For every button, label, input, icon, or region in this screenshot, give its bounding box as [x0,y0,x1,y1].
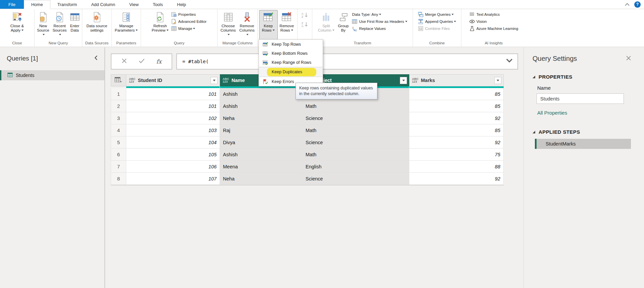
menu-item-keep-duplicates[interactable]: Keep Duplicates [259,67,323,77]
cell-marks[interactable]: 92 [409,173,504,185]
cell-student-id[interactable]: 105 [126,149,220,161]
cell-student-id[interactable]: 101 [126,100,220,112]
column-header-marks[interactable]: ABC123 Marks [409,74,504,86]
cell-name[interactable]: Meena [220,161,303,173]
properties-button[interactable]: Properties [170,11,208,18]
all-properties-link[interactable]: All Properties [524,110,644,116]
query-list-item-students[interactable]: Students [0,70,104,80]
cell-student-id[interactable]: 103 [126,124,220,136]
applied-step-studentmarks[interactable]: StudentMarks [535,139,631,149]
tab-home[interactable]: Home [24,0,50,9]
cell-subject[interactable]: Science [303,173,409,185]
data-type-button[interactable]: Data Type: Any [351,11,408,18]
filter-button-subject[interactable] [400,77,407,84]
row-number[interactable]: 2 [111,100,126,112]
remove-rows-button[interactable]: Remove Rows [278,10,296,40]
refresh-preview-button[interactable]: Refresh Preview [150,10,170,40]
text-analytics-button[interactable]: Text Analytics [468,11,520,18]
cell-name[interactable]: Ashish [220,149,303,161]
sort-descending-icon[interactable]: ZA [301,22,309,29]
row-number[interactable]: 5 [111,136,126,149]
row-number[interactable]: 3 [111,112,126,124]
cell-marks[interactable]: 85 [409,88,504,100]
cell-marks[interactable]: 75 [409,149,504,161]
filter-button-student-id[interactable] [211,77,218,84]
advanced-editor-button[interactable]: Advanced Editor [170,18,208,25]
manage-parameters-button[interactable]: Manage Parameters [113,10,139,40]
use-first-row-button[interactable]: Use First Row as Headers [351,18,408,25]
cell-student-id[interactable]: 106 [126,161,220,173]
combine-files-button[interactable]: Combine Files [417,25,457,32]
vision-button[interactable]: Vision [468,18,520,25]
properties-section-header[interactable]: PROPERTIES [524,74,644,80]
cell-subject[interactable]: Math [303,149,409,161]
row-number[interactable]: 7 [111,161,126,173]
cell-student-id[interactable]: 104 [126,136,220,149]
formula-cancel-icon[interactable] [122,58,127,65]
enter-data-button[interactable]: Enter Data [68,10,81,40]
filter-button-marks[interactable] [494,77,501,84]
tab-tools[interactable]: Tools [146,0,170,9]
menu-item-keep-bottom-rows[interactable]: Keep Bottom Rows [259,49,323,58]
row-number[interactable]: 4 [111,124,126,136]
cell-name[interactable]: Neha [220,112,303,124]
tab-view[interactable]: View [122,0,146,9]
row-number[interactable]: 6 [111,149,126,161]
choose-columns-button[interactable]: Choose Columns [219,10,238,40]
tab-file[interactable]: File [0,0,24,9]
select-all-button[interactable] [111,74,126,86]
cell-subject[interactable]: Science [303,136,409,149]
row-number[interactable]: 8 [111,173,126,185]
cell-student-id[interactable]: 107 [126,173,220,185]
split-column-button[interactable]: Split Column [316,10,336,40]
cell-marks[interactable]: 88 [409,161,504,173]
collapse-queries-icon[interactable] [94,55,98,62]
formula-input[interactable]: = #table( [176,53,518,70]
group-by-button[interactable]: Group By [336,10,351,40]
cell-student-id[interactable]: 102 [126,112,220,124]
cell-marks[interactable]: 85 [409,124,504,136]
keep-rows-button[interactable]: Keep Rows [259,10,278,40]
append-queries-button[interactable]: Append Queries [417,18,457,25]
column-header-student-id[interactable]: ABC123 Student ID [126,74,220,86]
row-number[interactable]: 1 [111,88,126,100]
cell-name[interactable]: Neha [220,173,303,185]
cell-name[interactable]: Raj [220,124,303,136]
menu-item-keep-range-of-rows[interactable]: Keep Range of Rows [259,58,323,67]
close-panel-icon[interactable] [626,55,631,62]
merge-queries-button[interactable]: Merge Queries [417,11,457,18]
cell-marks[interactable]: 85 [409,100,504,112]
tab-transform[interactable]: Transform [50,0,84,9]
menu-item-keep-top-rows[interactable]: Keep Top Rows [259,40,323,49]
help-icon[interactable]: ? [634,1,641,8]
cell-subject[interactable]: English [303,161,409,173]
replace-values-button[interactable]: 12 Replace Values [351,25,408,32]
cell-student-id[interactable]: 101 [126,88,220,100]
cell-name[interactable]: Divya [220,136,303,149]
recent-sources-button[interactable]: Recent Sources [51,10,68,40]
cell-name[interactable]: Ashish [220,88,303,100]
cell-name[interactable]: Ashish [220,100,303,112]
keep-errors-icon [259,79,272,84]
cell-marks[interactable]: 92 [409,112,504,124]
formula-commit-icon[interactable] [139,58,145,65]
collapse-ribbon-icon[interactable] [625,1,630,7]
cell-subject[interactable]: Science [303,112,409,124]
tab-add-column[interactable]: Add Column [84,0,122,9]
sort-ascending-icon[interactable]: AZ [301,12,309,19]
cell-subject[interactable]: Math [303,100,409,112]
tab-help[interactable]: Help [170,0,193,9]
remove-columns-button[interactable]: Remove Columns [238,10,257,40]
cell-marks[interactable]: 92 [409,136,504,149]
data-source-settings-button[interactable]: Data source settings [84,10,110,40]
query-name-input[interactable] [537,93,624,104]
manage-button[interactable]: Manage [170,25,208,32]
azure-ml-button[interactable]: Azure Machine Learning [468,25,520,32]
new-source-button[interactable]: New Source [36,10,51,40]
formula-expand-icon[interactable] [506,58,513,64]
applied-steps-section-header[interactable]: APPLIED STEPS [524,129,644,135]
table-row: 2101AshishMath85 [111,100,504,112]
formula-fx-icon[interactable]: fx [156,58,162,65]
cell-subject[interactable]: Math [303,124,409,136]
close-apply-button[interactable]: Close & Apply [10,10,25,40]
